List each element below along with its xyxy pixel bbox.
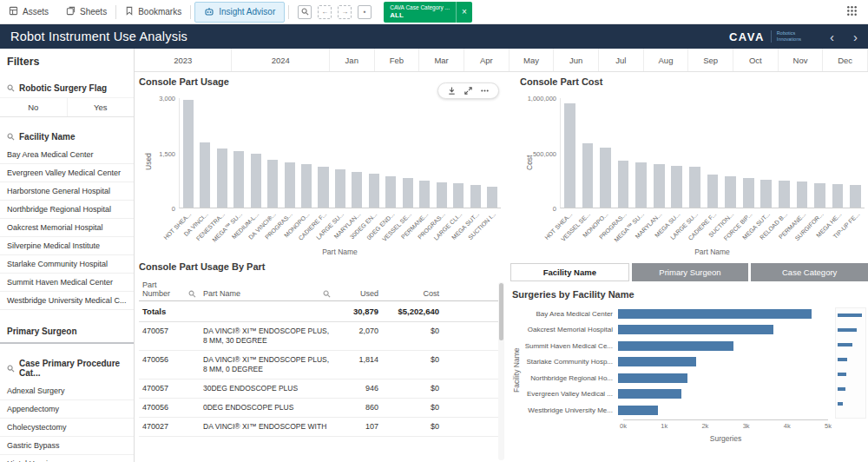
facility-list-item[interactable]: Silverpine Medical Institute	[0, 237, 134, 255]
bar[interactable]	[419, 181, 430, 208]
facility-list-item[interactable]: Harborstone General Hospital	[0, 182, 134, 201]
part-name-cell[interactable]: 30DEG ENDOSCOPE PLUS	[200, 380, 334, 399]
time-year-2024[interactable]: 2024	[232, 49, 329, 71]
facility-list-item[interactable]: Northbridge Regional Hospital	[0, 201, 134, 219]
selection-chip[interactable]: CAVA Case Category ... ALL ×	[384, 2, 472, 23]
table-row[interactable]: 47005730DEG ENDOSCOPE PLUS946$0	[139, 380, 498, 399]
time-month-feb[interactable]: Feb	[375, 49, 420, 71]
table-scrollbar-thumb[interactable]	[499, 283, 503, 340]
insight-advisor-button[interactable]: Insight Advisor	[194, 2, 285, 23]
bar[interactable]	[779, 181, 790, 208]
facility-list-item[interactable]: Westbridge University Medical C...	[0, 292, 134, 310]
bar[interactable]	[437, 182, 447, 208]
cost-cell[interactable]: $0	[382, 351, 443, 380]
case-category-list-item[interactable]: Gastric Bypass	[0, 437, 134, 455]
bar[interactable]	[403, 178, 413, 208]
bookmarks-button[interactable]: Bookmarks	[116, 0, 190, 23]
bar[interactable]	[251, 154, 261, 208]
part-name-cell[interactable]: 0DEG ENDOSCOPE PLUS	[200, 399, 334, 418]
flag-option-yes[interactable]: Yes	[68, 98, 135, 116]
bar[interactable]	[600, 148, 611, 208]
facility-list-item[interactable]: Bay Area Medical Center	[0, 146, 134, 164]
bar[interactable]	[618, 341, 733, 351]
facility-list-item[interactable]: Oakcrest Memorial Hospital	[0, 219, 134, 237]
time-month-dec[interactable]: Dec	[823, 49, 868, 71]
bar[interactable]	[487, 187, 497, 208]
bar[interactable]	[797, 182, 808, 208]
time-month-nov[interactable]: Nov	[779, 49, 824, 71]
used-cell[interactable]: 860	[334, 399, 382, 418]
tab-primary-surgeon[interactable]: Primary Surgeon	[632, 263, 749, 281]
bar[interactable]	[850, 185, 861, 208]
time-month-jun[interactable]: Jun	[554, 49, 599, 71]
bar[interactable]	[618, 373, 687, 383]
bar[interactable]	[564, 103, 575, 208]
bar[interactable]	[618, 357, 696, 366]
search-icon[interactable]	[323, 290, 331, 298]
bar[interactable]	[217, 148, 227, 208]
sheets-button[interactable]: Sheets	[57, 0, 115, 23]
search-icon[interactable]	[188, 290, 196, 298]
bar[interactable]	[707, 175, 719, 208]
bar[interactable]	[470, 185, 481, 208]
part-number-cell[interactable]: 470057	[139, 322, 200, 351]
bar[interactable]	[654, 164, 665, 208]
case-category-list-item[interactable]: Cholecystectomy	[0, 419, 134, 437]
column-header-part-name[interactable]: Part Name	[200, 278, 334, 301]
facility-name-header[interactable]: Facility Name	[0, 127, 134, 146]
cost-cell[interactable]: $0	[382, 380, 443, 399]
time-month-may[interactable]: May	[510, 49, 555, 71]
used-cell[interactable]: 2,070	[334, 322, 382, 351]
robotic-surgery-flag-header[interactable]: Robotic Surgery Flag	[0, 78, 134, 97]
bar[interactable]	[385, 176, 396, 208]
time-month-oct[interactable]: Oct	[733, 49, 779, 71]
selection-chip-close-icon[interactable]: ×	[456, 2, 472, 23]
app-grid-menu-icon[interactable]	[846, 4, 858, 20]
case-category-header[interactable]: Case Primary Procedure Cat...	[0, 353, 134, 382]
facility-list-item[interactable]: Summit Haven Medical Center	[0, 274, 134, 292]
bar[interactable]	[183, 100, 194, 208]
next-sheet-icon[interactable]: ›	[853, 30, 858, 43]
used-cell[interactable]: 107	[334, 418, 382, 437]
bar[interactable]	[267, 160, 278, 208]
time-month-sep[interactable]: Sep	[688, 49, 733, 71]
time-month-aug[interactable]: Aug	[644, 49, 689, 71]
assets-button[interactable]: Assets	[0, 0, 57, 23]
bar[interactable]	[618, 309, 812, 319]
part-number-cell[interactable]: 470056	[139, 351, 200, 380]
bar[interactable]	[618, 389, 681, 399]
column-header-cost[interactable]: Cost	[382, 278, 443, 301]
bar[interactable]	[671, 166, 682, 208]
column-header-used[interactable]: Used	[334, 278, 382, 301]
flag-option-no[interactable]: No	[0, 98, 68, 116]
tab-case-category[interactable]: Case Category	[751, 263, 868, 281]
time-year-2023[interactable]: 2023	[135, 49, 232, 71]
bar[interactable]	[743, 178, 754, 208]
part-name-cell[interactable]: DA VINCI® XI™ ENDOSCOPE PLUS, 8 MM, 30 D…	[200, 322, 334, 351]
bar[interactable]	[618, 406, 658, 415]
time-month-apr[interactable]: Apr	[464, 49, 510, 71]
smart-search-icon[interactable]	[298, 5, 312, 19]
bar[interactable]	[618, 161, 629, 208]
bar[interactable]	[301, 164, 312, 208]
cost-cell[interactable]: $0	[382, 418, 443, 437]
part-number-cell[interactable]: 470056	[139, 399, 200, 418]
tab-facility-name[interactable]: Facility Name	[510, 263, 629, 281]
bar[interactable]	[233, 151, 244, 208]
bar[interactable]	[814, 183, 825, 208]
selections-tool-icon[interactable]: ▪	[358, 5, 372, 19]
part-name-cell[interactable]: DA VINCI® XI™ ENDOSCOPE WITH	[200, 418, 334, 437]
chart-minimap[interactable]	[835, 307, 866, 419]
facility-list-item[interactable]: Evergreen Valley Medical Center	[0, 164, 134, 182]
bar[interactable]	[352, 172, 362, 208]
previous-sheet-icon[interactable]: ‹	[830, 30, 834, 43]
bar[interactable]	[725, 176, 736, 208]
bar[interactable]	[635, 162, 647, 208]
bar[interactable]	[453, 183, 464, 208]
case-category-list-item[interactable]: Hiatal Hernia	[0, 455, 134, 462]
bar[interactable]	[369, 174, 379, 208]
time-month-jul[interactable]: Jul	[599, 49, 644, 71]
cost-cell[interactable]: $0	[382, 399, 443, 418]
table-row[interactable]: 470027DA VINCI® XI™ ENDOSCOPE WITH107$0	[139, 418, 498, 437]
bar[interactable]	[335, 169, 345, 208]
